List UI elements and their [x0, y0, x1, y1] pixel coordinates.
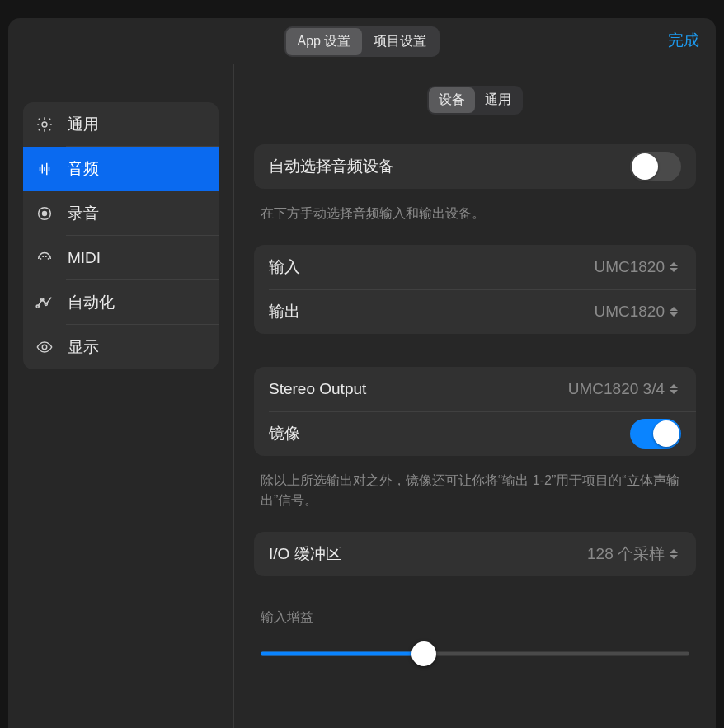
output-label: 输出 [269, 301, 300, 322]
settings-modal: App 设置 项目设置 完成 通用 音频 [8, 18, 716, 728]
stereo-output-value: UMC1820 3/4 [568, 380, 681, 398]
output-device-row[interactable]: 输出 UMC1820 [254, 289, 696, 334]
auto-select-label: 自动选择音频设备 [269, 156, 394, 177]
mirror-row: 镜像 [254, 411, 696, 456]
audio-subtabs-wrap: 设备 通用 [254, 86, 696, 115]
sidebar-item-display[interactable]: 显示 [23, 325, 219, 369]
mirror-toggle[interactable] [630, 419, 681, 449]
sidebar-list: 通用 音频 录音 [23, 102, 219, 369]
input-value-text: UMC1820 [594, 258, 665, 276]
sidebar-item-audio[interactable]: 音频 [23, 147, 219, 191]
auto-select-hint: 在下方手动选择音频输入和输出设备。 [254, 200, 696, 245]
stereo-output-row[interactable]: Stereo Output UMC1820 3/4 [254, 367, 696, 411]
input-device-row[interactable]: 输入 UMC1820 [254, 245, 696, 289]
output-value: UMC1820 [594, 303, 681, 321]
svg-point-5 [45, 256, 47, 257]
settings-content: 设备 通用 自动选择音频设备 在下方手动选择音频输入和输出设备。 输入 [234, 64, 716, 728]
mirror-label: 镜像 [269, 423, 300, 444]
sidebar-item-label: 音频 [68, 160, 99, 177]
sidebar-item-midi[interactable]: MIDI [23, 236, 219, 280]
spacer [254, 588, 696, 609]
stepper-icon [670, 382, 681, 397]
toggle-knob [653, 420, 679, 447]
tab-project-settings[interactable]: 项目设置 [362, 28, 438, 55]
io-buffer-row[interactable]: I/O 缓冲区 128 个采样 [254, 532, 696, 576]
stepper-icon [670, 260, 681, 275]
auto-select-group: 自动选择音频设备 [254, 144, 696, 189]
sidebar-item-automation[interactable]: 自动化 [23, 280, 219, 325]
sidebar-item-record[interactable]: 录音 [23, 191, 219, 236]
automation-curve-icon [35, 294, 54, 312]
waveform-icon [35, 160, 54, 178]
svg-point-4 [42, 256, 44, 257]
modal-body: 通用 音频 录音 [8, 64, 716, 728]
mirror-hint: 除以上所选输出对之外，镜像还可让你将“输出 1-2”用于项目的“立体声输出”信号… [254, 467, 696, 532]
sidebar-item-label: 自动化 [68, 294, 115, 311]
done-button[interactable]: 完成 [668, 30, 699, 51]
stereo-output-label: Stereo Output [269, 380, 366, 398]
buffer-group: I/O 缓冲区 128 个采样 [254, 532, 696, 576]
settings-sidebar: 通用 音频 录音 [8, 64, 234, 728]
auto-select-row: 自动选择音频设备 [254, 144, 696, 189]
output-value-text: UMC1820 [594, 303, 665, 321]
svg-point-0 [42, 122, 47, 127]
auto-select-toggle[interactable] [630, 152, 681, 181]
input-gain-slider[interactable] [261, 641, 689, 666]
spacer [254, 345, 696, 367]
audio-subtabs: 设备 通用 [427, 86, 523, 115]
stereo-group: Stereo Output UMC1820 3/4 镜像 [254, 367, 696, 456]
stereo-output-value-text: UMC1820 3/4 [568, 380, 665, 398]
toggle-knob [632, 153, 658, 180]
io-group: 输入 UMC1820 输出 UMC1820 [254, 245, 696, 334]
input-gain-section: 输入增益 [254, 609, 696, 666]
midi-icon [35, 249, 54, 267]
svg-point-2 [42, 211, 47, 216]
sidebar-item-label: MIDI [68, 249, 101, 266]
record-icon [35, 204, 54, 223]
modal-header: App 设置 项目设置 完成 [8, 18, 716, 64]
gear-icon [35, 115, 54, 134]
stepper-icon [670, 547, 681, 561]
sidebar-item-label: 显示 [68, 338, 99, 355]
svg-point-6 [48, 258, 49, 260]
slider-fill [261, 652, 424, 656]
sidebar-item-label: 通用 [68, 115, 99, 133]
input-value: UMC1820 [594, 258, 681, 276]
slider-thumb[interactable] [411, 641, 436, 666]
io-buffer-value-text: 128 个采样 [587, 543, 665, 565]
stepper-icon [670, 304, 681, 319]
io-buffer-label: I/O 缓冲区 [269, 543, 341, 565]
subtab-general[interactable]: 通用 [475, 87, 521, 113]
tab-app-settings[interactable]: App 设置 [286, 28, 363, 55]
input-label: 输入 [269, 256, 300, 278]
svg-point-3 [40, 258, 42, 260]
sidebar-item-general[interactable]: 通用 [23, 102, 219, 147]
io-buffer-value: 128 个采样 [587, 543, 681, 565]
sidebar-item-label: 录音 [68, 204, 99, 222]
settings-scope-segmented: App 设置 项目设置 [284, 26, 440, 57]
input-gain-label: 输入增益 [261, 609, 689, 627]
subtab-device[interactable]: 设备 [429, 87, 475, 113]
svg-point-10 [42, 345, 47, 350]
eye-icon [35, 338, 54, 356]
